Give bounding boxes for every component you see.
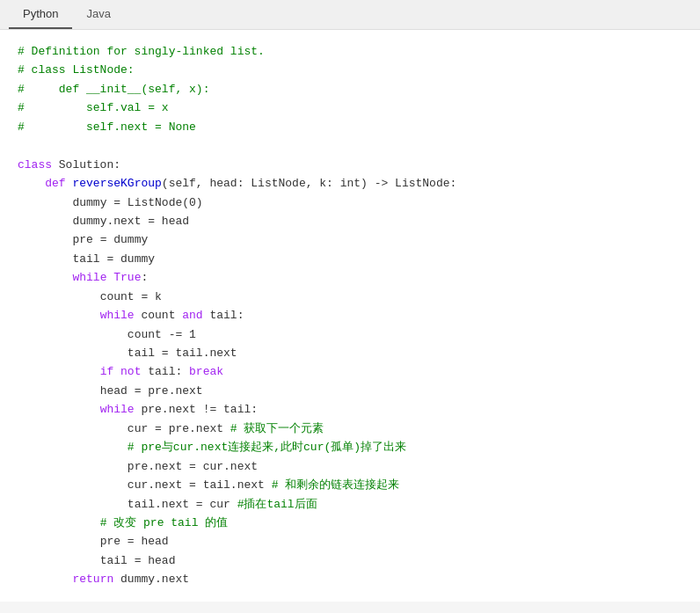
code-line-22: # pre与cur.next连接起来,此时cur(孤单)掉了出来: [18, 438, 682, 456]
code-line-15: while count and tail:: [18, 306, 682, 325]
code-line-13: while True:: [18, 268, 682, 287]
code-line-12: tail = dummy: [18, 250, 682, 268]
tab-python[interactable]: Python: [9, 0, 72, 29]
keyword-while-2: while: [100, 309, 135, 322]
comment-26: # 改变 pre tail 的值: [100, 516, 229, 529]
code-line-7: class Solution:: [18, 156, 682, 174]
code-line-3: # def __init__(self, x):: [18, 80, 682, 99]
code-line-19: head = pre.next: [18, 382, 682, 400]
comment-24: # 和剩余的链表连接起来: [272, 478, 400, 492]
code-line-26: # 改变 pre tail 的值: [18, 514, 682, 532]
code-line-21: cur = pre.next # 获取下一个元素: [18, 420, 682, 438]
keyword-return: return: [72, 573, 113, 586]
code-line-5: # self.next = None: [18, 118, 682, 136]
func-name: reverseKGroup: [72, 177, 161, 190]
comment-1: # Definition for singly-linked list.: [18, 45, 265, 58]
code-line-11: pre = dummy: [18, 230, 682, 249]
code-line-25: tail.next = cur #插在tail后面: [18, 495, 682, 514]
comment-5: # self.next = None: [18, 120, 196, 134]
code-line-14: count = k: [18, 288, 682, 306]
code-line-18: if not tail: break: [18, 362, 682, 381]
comment-4: # self.val = x: [18, 101, 169, 114]
code-line-29: return dummy.next: [18, 570, 682, 588]
code-line-24: cur.next = tail.next # 和剩余的链表连接起来: [18, 476, 682, 494]
code-line-10: dummy.next = head: [18, 212, 682, 230]
code-line-17: tail = tail.next: [18, 344, 682, 362]
comment-21: # 获取下一个元素: [230, 422, 324, 435]
code-line-1: # Definition for singly-linked list.: [18, 42, 682, 61]
keyword-not: not: [120, 365, 141, 378]
comment-2: # class ListNode:: [18, 63, 135, 77]
code-line-9: dummy = ListNode(0): [18, 193, 682, 212]
comment-25: #插在tail后面: [237, 498, 317, 511]
keyword-break: break: [189, 365, 223, 378]
code-editor: # Definition for singly-linked list. # c…: [0, 30, 700, 602]
tabs-container: Python Java: [0, 0, 700, 30]
code-line-27: pre = head: [18, 532, 682, 551]
keyword-def: def: [45, 177, 65, 190]
keyword-if: if: [100, 365, 114, 378]
code-line-4: # self.val = x: [18, 99, 682, 117]
keyword-class: class: [18, 158, 52, 171]
tab-bar: Python Java: [0, 0, 700, 30]
code-line-8: def reverseKGroup(self, head: ListNode, …: [18, 174, 682, 193]
code-line-28: tail = head: [18, 551, 682, 570]
code-line-20: while pre.next != tail:: [18, 400, 682, 419]
keyword-while-1: while: [72, 271, 106, 284]
keyword-and: and: [182, 309, 202, 322]
comment-3: # def __init__(self, x):: [18, 83, 209, 96]
code-line-16: count -= 1: [18, 325, 682, 344]
tab-java[interactable]: Java: [72, 0, 124, 29]
comment-22: # pre与cur.next连接起来,此时cur(孤单)掉了出来: [128, 441, 406, 454]
keyword-true: True: [113, 271, 141, 284]
code-line-23: pre.next = cur.next: [18, 457, 682, 476]
code-line-2: # class ListNode:: [18, 61, 682, 79]
code-line-6: [18, 136, 682, 155]
keyword-while-3: while: [100, 403, 135, 416]
